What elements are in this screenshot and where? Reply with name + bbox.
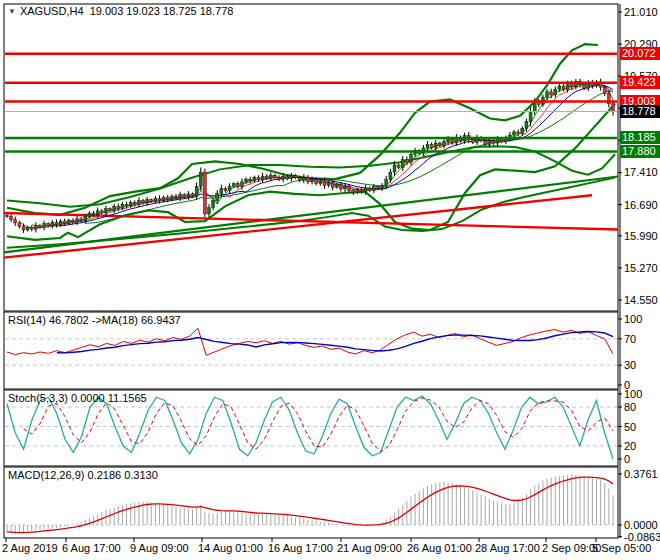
- stoch-tick-label: 0: [624, 453, 630, 465]
- price-level-badge: 18.185: [620, 131, 660, 144]
- price-level-badge: 18.778: [620, 105, 660, 118]
- symbol-timeframe: XAGUSD,H4: [20, 5, 84, 17]
- price-tick-label: 14.550: [624, 294, 658, 306]
- macd-tick-label: 0.0000: [624, 519, 658, 531]
- x-axis-label: 5 Sep 05:00: [592, 542, 651, 554]
- chart-title: ▼XAGUSD,H4 19.003 19.023 18.725 18.778: [8, 5, 233, 17]
- price-tick-label: 16.690: [624, 199, 658, 211]
- rsi-tick-label: 70: [624, 333, 636, 345]
- x-axis-label: 6 Aug 17:00: [62, 542, 121, 554]
- price-level-badge: 19.423: [620, 76, 660, 89]
- macd-tick-label: -0.0863: [624, 531, 660, 543]
- price-tick-label: 17.410: [624, 166, 658, 178]
- price-tick-label: 21.010: [624, 6, 658, 18]
- price-level-badge: 17.880: [620, 145, 660, 158]
- stoch-indicator-label: Stoch(5,3,3) 0.0000 11.1565: [8, 392, 147, 404]
- price-level-badge: 20.072: [620, 47, 660, 60]
- stoch-tick-label: 100: [624, 388, 642, 400]
- x-axis-label: 16 Aug 17:00: [268, 542, 333, 554]
- macd-tick-label: 0.3761: [624, 468, 658, 480]
- x-axis-label: 9 Aug 09:00: [130, 542, 189, 554]
- x-axis-label: 2 Aug 2019: [2, 542, 58, 554]
- stoch-tick-label: 50: [624, 421, 636, 433]
- stoch-tick-label: 20: [624, 440, 636, 452]
- rsi-tick-label: 100: [624, 313, 642, 325]
- x-axis-label: 21 Aug 09:00: [337, 542, 402, 554]
- stoch-tick-label: 80: [624, 401, 636, 413]
- price-tick-label: 15.270: [624, 262, 658, 274]
- price-tick-label: 15.990: [624, 230, 658, 242]
- x-axis-label: 26 Aug 01:00: [407, 542, 472, 554]
- x-axis-label: 14 Aug 01:00: [198, 542, 263, 554]
- metatrader-chart-window: ▼XAGUSD,H4 19.003 19.023 18.725 18.778 R…: [0, 0, 660, 560]
- rsi-indicator-label: RSI(14) 46.7802 ->MA(18) 66.9437: [8, 314, 181, 326]
- rsi-tick-label: 30: [624, 359, 636, 371]
- chart-shift-icon: ▼: [8, 7, 16, 16]
- x-axis-label: 28 Aug 17:00: [475, 542, 540, 554]
- macd-indicator-label: MACD(12,26,9) 0.2186 0.3130: [8, 469, 158, 481]
- ohlc-values: 19.003 19.023 18.725 18.778: [90, 5, 234, 17]
